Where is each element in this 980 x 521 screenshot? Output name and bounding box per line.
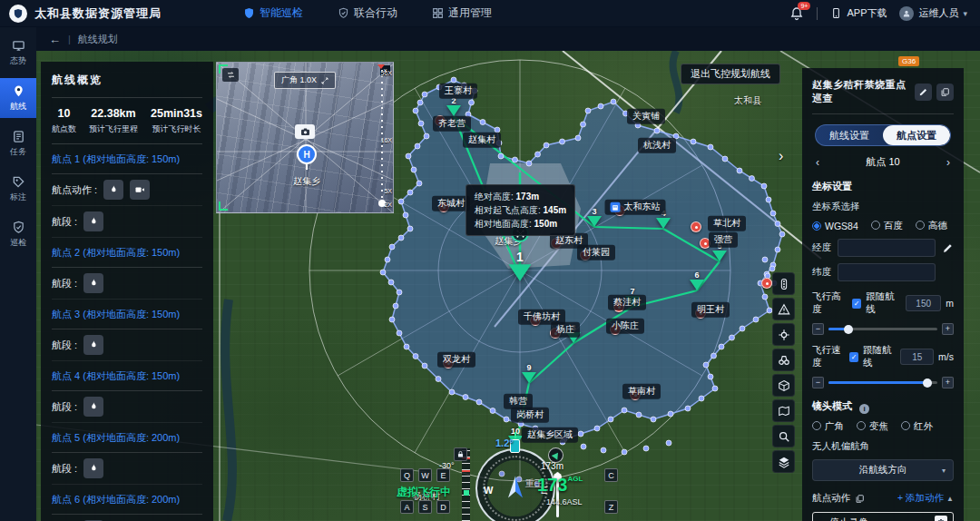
locate-tool[interactable] — [772, 323, 795, 346]
stat-label: 预计飞行里程 — [89, 123, 138, 135]
waypoint-list-item[interactable]: 航点 3 (相对地面高度: 150m) — [52, 300, 202, 329]
segment-row: 航段 : — [52, 268, 202, 300]
waypoint-list-item[interactable]: 航点 4 (相对地面高度: 150m) — [52, 361, 202, 391]
zoom-scale-label: 5X — [384, 188, 392, 194]
row-label: 航段 : — [52, 400, 77, 414]
area-mark-tool[interactable] — [772, 399, 795, 422]
speed-slider-track[interactable] — [828, 381, 937, 384]
prev-waypoint-arrow[interactable]: ‹ — [816, 156, 819, 169]
hud-key-W[interactable]: W — [418, 468, 432, 482]
copy-actions-icon[interactable] — [855, 494, 865, 504]
notifications-bell-icon[interactable]: 9+ — [789, 6, 804, 21]
record-icon[interactable] — [83, 397, 103, 417]
tab-航线设置[interactable]: 航线设置 — [816, 125, 883, 145]
altitude-tooltip: 绝对高度: 173m相对起飞点高度: 145m相对地面高度: 150m — [466, 184, 575, 236]
stat-label: 航点数 — [52, 123, 76, 135]
coord-system-radio-百度[interactable]: 百度 — [871, 220, 903, 232]
hud-key-D[interactable]: D — [436, 500, 450, 514]
breadcrumb-label: 航线规划 — [78, 33, 118, 46]
sidebar-item-态势[interactable]: 态势 — [0, 33, 36, 73]
lens-mode-radio-广角[interactable]: 广角 — [812, 420, 844, 433]
lock-icon[interactable] — [454, 447, 467, 461]
hud-key-Z[interactable]: Z — [604, 500, 618, 514]
waypoint-list-item[interactable]: 航点 1 (相对地面高度: 150m) — [52, 144, 202, 174]
follow-route-speed-checkbox[interactable]: ✓ — [849, 352, 858, 362]
speed-value-input[interactable]: 15 — [900, 349, 934, 365]
minimap-place-label: 赵集乡 — [293, 175, 320, 188]
alert-tool[interactable] — [772, 298, 795, 320]
altitude-slider-knob[interactable] — [844, 325, 853, 334]
notification-count-badge: 9+ — [798, 2, 810, 10]
sidebar-item-任务[interactable]: 任务 — [0, 123, 36, 163]
row-label: 航段 : — [52, 277, 77, 290]
camera-mode-chip[interactable]: 广角 1.0X — [274, 72, 336, 89]
hud-key-A[interactable]: A — [400, 500, 414, 514]
latitude-input[interactable] — [838, 263, 936, 281]
tooltip-row: 相对地面高度: 150m — [475, 217, 566, 231]
hud-key-C[interactable]: C — [604, 468, 618, 482]
user-menu[interactable]: 运维人员 ▾ — [899, 6, 967, 21]
record-icon[interactable] — [83, 335, 103, 355]
altitude-plus-button[interactable]: + — [942, 323, 954, 335]
waypoint-list-item[interactable]: 航点 6 (相对地面高度: 200m) — [52, 485, 202, 515]
record-icon[interactable] — [103, 180, 123, 200]
tab-航点设置[interactable]: 航点设置 — [883, 125, 950, 145]
altitude-marker-label: 173m — [541, 461, 564, 471]
record-icon[interactable] — [83, 211, 103, 231]
search-tool[interactable] — [772, 425, 795, 447]
lens-mode-radio-变焦[interactable]: 变焦 — [857, 420, 888, 433]
app-download-link[interactable]: APP下载 — [830, 6, 887, 20]
add-action-link[interactable]: + 添加动作▲ — [897, 492, 954, 505]
info-icon[interactable]: i — [859, 404, 869, 414]
back-arrow-icon[interactable]: ← — [49, 33, 61, 46]
sidebar-item-航线[interactable]: 航线 — [0, 78, 36, 118]
panel-expand-chevron-icon[interactable]: › — [779, 148, 783, 164]
fpv-minimap[interactable]: 广角 1.0X × H 赵集乡 56X16X5X2X — [216, 62, 394, 213]
edit-coords-icon[interactable] — [942, 242, 954, 254]
observe-tool[interactable] — [772, 349, 795, 371]
overview-stat: 25min31s预计飞行时长 — [151, 107, 202, 135]
layers-tool[interactable] — [772, 450, 795, 473]
hud-key-E[interactable]: E — [436, 468, 450, 482]
copy-mission-button[interactable] — [936, 84, 954, 101]
traffic-status-tool[interactable] — [772, 272, 795, 295]
overview-stat: 10航点数 — [52, 107, 76, 135]
sidebar-item-巡检[interactable]: 巡检 — [0, 214, 36, 254]
nav-tab-通用管理[interactable]: 通用管理 — [432, 0, 492, 27]
exit-flight-planning-button[interactable]: 退出飞控规划航线 — [681, 64, 780, 84]
breadcrumb: ← | 航线规划 — [36, 27, 980, 51]
edit-title-button[interactable] — [915, 84, 932, 101]
speed-minus-button[interactable]: − — [812, 377, 824, 388]
longitude-input[interactable] — [838, 239, 936, 257]
phone-icon — [830, 7, 842, 19]
follow-route-checkbox[interactable]: ✓ — [852, 299, 861, 309]
delete-action-icon[interactable] — [935, 516, 947, 521]
altitude-slider-track[interactable] — [828, 328, 937, 330]
waypoint-list-item[interactable]: 航点 5 (相对地面高度: 200m) — [52, 423, 202, 453]
nav-tab-联合行动[interactable]: 联合行动 — [338, 0, 397, 27]
gimbal-icon[interactable] — [130, 180, 150, 200]
sidebar-item-标注[interactable]: 标注 — [0, 169, 36, 209]
follow-route-label: 跟随航线 — [866, 290, 901, 316]
lens-mode-radio-红外[interactable]: 红外 — [901, 420, 933, 433]
speed-plus-button[interactable]: + — [942, 377, 954, 388]
sidebar-item-label: 巡检 — [10, 237, 26, 249]
speed-slider-knob[interactable] — [923, 378, 932, 388]
next-waypoint-arrow[interactable]: › — [946, 156, 950, 169]
altitude-minus-button[interactable]: − — [812, 323, 824, 335]
hud-key-Q[interactable]: Q — [400, 468, 414, 482]
coord-system-radio-WGS84[interactable]: WGS84 — [812, 221, 858, 231]
hud-key-S[interactable]: S — [418, 500, 432, 514]
org-logo — [9, 5, 27, 23]
altitude-value-input[interactable]: 150 — [906, 295, 941, 311]
waypoint-list-item[interactable]: 航点 2 (相对地面高度: 150m) — [52, 238, 202, 268]
record-icon[interactable] — [83, 458, 103, 478]
record-icon[interactable] — [83, 273, 103, 293]
monitor-icon — [12, 39, 25, 53]
drag-handle-icon[interactable]: ≡ — [818, 517, 824, 521]
coord-system-radio-高德[interactable]: 高德 — [916, 220, 947, 232]
nav-tab-智能巡检[interactable]: 智能巡检 — [243, 0, 303, 27]
action-item-stop-recording[interactable]: ≡ 停止录像 — [812, 512, 954, 521]
yaw-mode-dropdown[interactable]: 沿航线方向▾ — [812, 459, 954, 481]
view-3d-tool[interactable] — [772, 374, 795, 397]
